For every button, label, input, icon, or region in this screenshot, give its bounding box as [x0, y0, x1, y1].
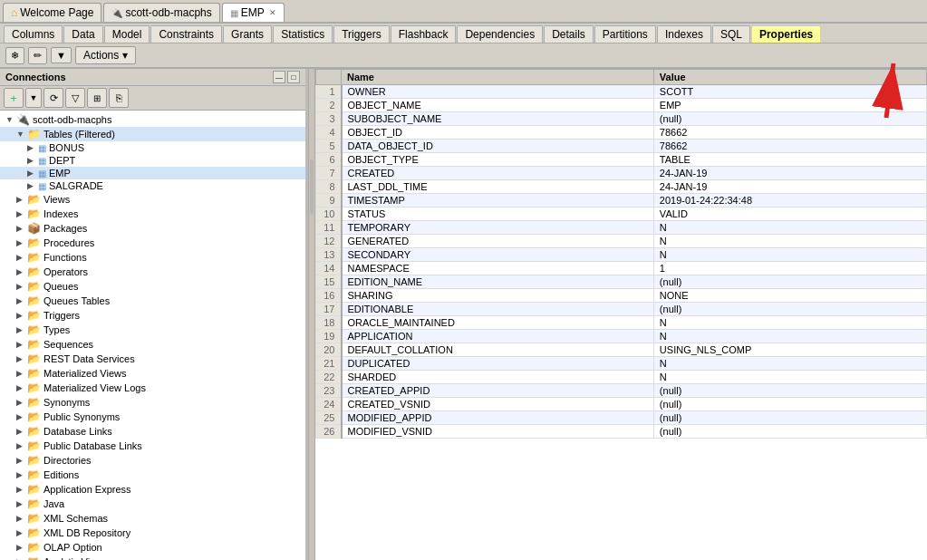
sequences-toggle[interactable]: ▶: [16, 340, 27, 349]
sub-tab-dependencies[interactable]: Dependencies: [457, 25, 543, 43]
queues-toggle[interactable]: ▶: [16, 282, 27, 291]
tree-item-indexes[interactable]: ▶ 📂 Indexes: [0, 207, 305, 221]
bonus-toggle[interactable]: ▶: [27, 143, 38, 152]
root-toggle[interactable]: ▼: [5, 115, 16, 124]
packages-toggle[interactable]: ▶: [16, 224, 27, 233]
rest-label: REST Data Services: [43, 353, 135, 364]
dept-toggle[interactable]: ▶: [27, 156, 38, 165]
java-toggle[interactable]: ▶: [16, 499, 27, 508]
conn-arrow-button[interactable]: ▼: [25, 88, 42, 108]
tree-item-views[interactable]: ▶ 📂 Views: [0, 192, 305, 207]
views-toggle[interactable]: ▶: [16, 195, 27, 204]
pub-db-links-toggle[interactable]: ▶: [16, 441, 27, 450]
tree-item-editions[interactable]: ▶ 📂 Editions: [0, 468, 305, 482]
salgrade-toggle[interactable]: ▶: [27, 181, 38, 190]
triggers-toggle[interactable]: ▶: [16, 311, 27, 320]
tree-item-queues-tables[interactable]: ▶ 📂 Queues Tables: [0, 294, 305, 308]
sub-tab-partitions[interactable]: Partitions: [594, 25, 656, 43]
tree-item-synonyms[interactable]: ▶ 📂 Synonyms: [0, 395, 305, 410]
operators-toggle[interactable]: ▶: [16, 267, 27, 276]
tree-item-dept[interactable]: ▶ ▦ DEPT: [0, 154, 305, 167]
tab-emp-close[interactable]: ✕: [269, 8, 276, 17]
sub-tab-flashback[interactable]: Flashback: [391, 25, 457, 43]
root-label: scott-odb-macphs: [33, 114, 111, 125]
tree-item-directories[interactable]: ▶ 📂 Directories: [0, 453, 305, 468]
tree-item-app-express[interactable]: ▶ 📂 Application Express: [0, 482, 305, 497]
xml-db-repo-toggle[interactable]: ▶: [16, 528, 27, 537]
emp-toggle[interactable]: ▶: [27, 169, 38, 178]
functions-toggle[interactable]: ▶: [16, 253, 27, 262]
directories-toggle[interactable]: ▶: [16, 456, 27, 465]
tab-welcome[interactable]: ⌂ Welcome Page: [3, 3, 101, 22]
prop-name-cell: OWNER: [342, 85, 654, 99]
tree-item-xml-db-repo[interactable]: ▶ 📂 XML DB Repository: [0, 526, 305, 540]
pub-synonyms-toggle[interactable]: ▶: [16, 412, 27, 421]
conn-import-button[interactable]: ⎘: [109, 88, 129, 108]
tree-item-operators[interactable]: ▶ 📂 Operators: [0, 265, 305, 279]
tree-item-tables[interactable]: ▼ 📁 Tables (Filtered): [0, 127, 305, 141]
procedures-toggle[interactable]: ▶: [16, 238, 27, 247]
tree-item-pub-db-links[interactable]: ▶ 📂 Public Database Links: [0, 439, 305, 453]
tree-item-procedures[interactable]: ▶ 📂 Procedures: [0, 236, 305, 250]
tree-item-db-links[interactable]: ▶ 📂 Database Links: [0, 424, 305, 439]
xml-schemas-toggle[interactable]: ▶: [16, 514, 27, 523]
editions-toggle[interactable]: ▶: [16, 470, 27, 479]
sub-tab-constraints[interactable]: Constraints: [150, 25, 222, 43]
tree-item-queues[interactable]: ▶ 📂 Queues: [0, 279, 305, 294]
conn-schema-button[interactable]: ⊞: [87, 88, 107, 108]
tree-item-root[interactable]: ▼ 🔌 scott-odb-macphs: [0, 112, 305, 127]
edit-button[interactable]: ✏: [28, 47, 47, 64]
panel-divider[interactable]: [308, 69, 315, 560]
panel-restore[interactable]: □: [287, 71, 300, 83]
tables-toggle[interactable]: ▼: [16, 130, 27, 139]
conn-refresh-button[interactable]: ⟳: [43, 88, 63, 108]
dropdown-button[interactable]: ▼: [51, 47, 72, 63]
types-toggle[interactable]: ▶: [16, 325, 27, 334]
tree-item-analytic-views[interactable]: ▶ 📂 Analytic Views: [0, 555, 305, 560]
sub-tab-statistics[interactable]: Statistics: [273, 25, 333, 43]
dept-label: DEPT: [49, 155, 75, 166]
tree-item-packages[interactable]: ▶ 📦 Packages: [0, 221, 305, 236]
queues-tables-toggle[interactable]: ▶: [16, 296, 27, 305]
db-links-toggle[interactable]: ▶: [16, 427, 27, 436]
tree-item-emp[interactable]: ▶ ▦ EMP: [0, 167, 305, 179]
tree-item-bonus[interactable]: ▶ ▦ BONUS: [0, 141, 305, 154]
tree-item-types[interactable]: ▶ 📂 Types: [0, 323, 305, 337]
tree-item-salgrade[interactable]: ▶ ▦ SALGRADE: [0, 179, 305, 192]
sub-tab-properties[interactable]: Properties: [751, 25, 821, 43]
tree-item-triggers[interactable]: ▶ 📂 Triggers: [0, 308, 305, 323]
mat-view-logs-toggle[interactable]: ▶: [16, 383, 27, 392]
tree-item-java[interactable]: ▶ 📂 Java: [0, 497, 305, 511]
app-express-toggle[interactable]: ▶: [16, 485, 27, 494]
sub-tab-indexes[interactable]: Indexes: [657, 25, 711, 43]
tab-scott[interactable]: 🔌 scott-odb-macphs: [103, 3, 219, 22]
synonyms-toggle[interactable]: ▶: [16, 398, 27, 407]
sub-tab-triggers[interactable]: Triggers: [333, 25, 390, 43]
tree-item-functions[interactable]: ▶ 📂 Functions: [0, 250, 305, 265]
tree-item-rest[interactable]: ▶ 📂 REST Data Services: [0, 352, 305, 366]
tree-item-sequences[interactable]: ▶ 📂 Sequences: [0, 337, 305, 352]
sub-tab-details[interactable]: Details: [544, 25, 594, 43]
tree-item-xml-schemas[interactable]: ▶ 📂 XML Schemas: [0, 511, 305, 526]
conn-filter-button[interactable]: ▽: [65, 88, 85, 108]
tree-item-olap[interactable]: ▶ 📂 OLAP Option: [0, 540, 305, 555]
salgrade-label: SALGRADE: [49, 180, 103, 191]
add-conn-button[interactable]: +: [4, 88, 24, 108]
indexes-toggle[interactable]: ▶: [16, 209, 27, 218]
olap-toggle[interactable]: ▶: [16, 543, 27, 552]
sub-tab-sql[interactable]: SQL: [712, 25, 750, 43]
tree-item-mat-view-logs[interactable]: ▶ 📂 Materialized View Logs: [0, 381, 305, 395]
tab-emp[interactable]: ▦ EMP ✕: [222, 3, 285, 22]
actions-button[interactable]: Actions ▾: [75, 46, 136, 64]
panel-minimize[interactable]: —: [273, 71, 285, 83]
freeze-button[interactable]: ❄: [5, 47, 24, 64]
root-icon: 🔌: [16, 113, 30, 126]
sub-tab-model[interactable]: Model: [104, 25, 150, 43]
rest-toggle[interactable]: ▶: [16, 354, 27, 363]
mat-views-toggle[interactable]: ▶: [16, 369, 27, 378]
tree-item-pub-synonyms[interactable]: ▶ 📂 Public Synonyms: [0, 410, 305, 424]
sub-tab-grants[interactable]: Grants: [223, 25, 272, 43]
tree-item-mat-views[interactable]: ▶ 📂 Materialized Views: [0, 366, 305, 381]
sub-tab-data[interactable]: Data: [63, 25, 102, 43]
sub-tab-columns[interactable]: Columns: [4, 25, 63, 43]
